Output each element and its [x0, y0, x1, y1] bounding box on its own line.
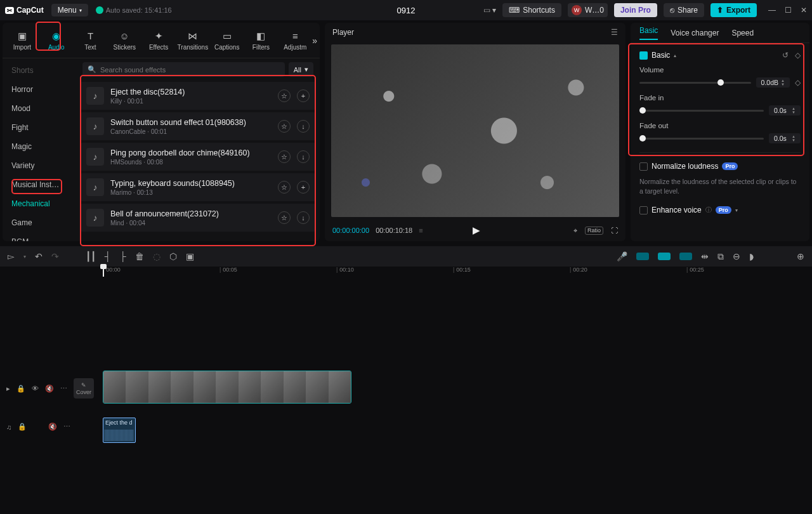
tab-stickers[interactable]: ☺Stickers [107, 30, 141, 51]
sound-item[interactable]: ♪ Ping pong doorbell door chime(849160)H… [80, 143, 316, 171]
timeline[interactable]: ▸ 🔒 👁 🔇 ⋯ ✎Cover ♫ 🔒 🔇 ⋯ 转动的齿轮00:00:10:1… [0, 277, 812, 506]
fullscreen-icon[interactable]: ⛶ [611, 227, 618, 235]
sound-item[interactable]: ♪ Bell of announcement(231072)Mind · 00:… [80, 204, 316, 232]
more-icon[interactable]: ⋯ [60, 385, 67, 393]
tab-filters[interactable]: ◧Filters [244, 30, 278, 51]
volume-slider[interactable] [639, 82, 751, 84]
undo-icon[interactable]: ↶ [35, 251, 43, 261]
download-icon[interactable]: ↓ [297, 120, 310, 133]
fadeout-value[interactable]: 0.0s▲▼ [769, 133, 801, 143]
lock-icon[interactable]: 🔒 [18, 423, 27, 431]
fadein-value[interactable]: 0.0s▲▼ [769, 105, 801, 115]
sound-item[interactable]: ♪ Typing, keyboard sounds(1088945)Marimo… [80, 173, 316, 201]
category-musical[interactable]: Musical Inst… [3, 175, 76, 194]
basic-section-header[interactable]: Basic ▴ ↺◇ [639, 51, 801, 60]
join-pro-button[interactable]: Join Pro [614, 3, 657, 17]
maximize-icon[interactable]: ☐ [785, 6, 792, 15]
zoom-add-icon[interactable]: ⊕ [797, 251, 804, 261]
record-icon[interactable]: ◌ [153, 251, 160, 261]
nav-more-icon[interactable]: » [312, 36, 317, 46]
close-icon[interactable]: ✕ [801, 6, 807, 15]
favorite-icon[interactable]: ☆ [278, 89, 291, 102]
favorite-icon[interactable]: ☆ [278, 120, 291, 133]
eye-icon[interactable]: 👁 [32, 385, 39, 392]
trim-right-icon[interactable]: ├ [120, 251, 126, 261]
tab-audio[interactable]: ◉Audio [39, 30, 74, 51]
select-tool-icon[interactable]: ▻ [8, 251, 15, 261]
more-icon[interactable]: ⋯ [63, 423, 70, 431]
category-shorts[interactable]: Shorts [3, 61, 76, 80]
category-mechanical[interactable]: Mechanical [3, 194, 76, 213]
marker-icon[interactable]: ◗ [749, 251, 754, 261]
player-menu-icon[interactable]: ☰ [611, 28, 618, 37]
share-button[interactable]: ⎋Share [664, 3, 704, 17]
sound-item[interactable]: ♪ Switch button sound effect 01(980638)C… [80, 112, 316, 140]
shortcuts-button[interactable]: ⌨Shortcuts [502, 3, 561, 17]
add-icon[interactable]: + [297, 89, 310, 102]
aspect-icon[interactable]: ▭ ▾ [483, 6, 496, 15]
toggle-3-icon[interactable] [679, 253, 692, 260]
shield-icon[interactable]: ⬡ [169, 251, 177, 261]
tab-transitions[interactable]: ⋈Transitions [176, 30, 210, 51]
tab-speed[interactable]: Speed [731, 29, 754, 37]
redo-icon[interactable]: ↷ [51, 251, 59, 261]
fadeout-slider[interactable] [639, 138, 764, 140]
mic-icon[interactable]: 🎤 [617, 251, 627, 261]
filter-all-button[interactable]: All▾ [289, 62, 313, 77]
favorite-icon[interactable]: ☆ [278, 181, 291, 194]
tab-basic[interactable]: Basic [639, 26, 658, 40]
category-fight[interactable]: Fight [3, 118, 76, 137]
scan-icon[interactable]: ⌖ [573, 227, 577, 235]
tab-text[interactable]: TText [74, 30, 108, 51]
minimize-icon[interactable]: — [768, 6, 776, 15]
project-title[interactable]: 0912 [397, 6, 416, 15]
download-icon[interactable]: ↓ [297, 150, 310, 163]
category-bgm[interactable]: BGM [3, 232, 76, 241]
favorite-icon[interactable]: ☆ [278, 211, 291, 224]
tab-effects[interactable]: ✦Effects [141, 30, 176, 51]
delete-icon[interactable]: 🗑 [135, 251, 144, 261]
category-variety[interactable]: Variety [3, 156, 76, 175]
lock-icon[interactable]: 🔒 [16, 385, 25, 393]
search-input[interactable]: 🔍Search sound effects [82, 62, 285, 77]
toggle-1-icon[interactable] [636, 253, 649, 260]
reset-icon[interactable]: ↺ [782, 51, 789, 60]
tab-import[interactable]: ▣Import [5, 30, 39, 51]
preview-viewport[interactable] [331, 44, 619, 217]
split-icon[interactable]: ┃┃ [86, 251, 96, 261]
category-mood[interactable]: Mood [3, 99, 76, 118]
link-icon[interactable]: ⧉ [717, 251, 724, 262]
timeline-ruler[interactable]: 00:00 00:05 00:10 00:15 00:20 00:25 [103, 267, 804, 277]
favorite-icon[interactable]: ☆ [278, 150, 291, 163]
download-icon[interactable]: ↓ [297, 211, 310, 224]
mute-icon[interactable]: 🔇 [45, 385, 54, 393]
keyframe-icon[interactable]: ◇ [795, 51, 801, 60]
tab-voice-changer[interactable]: Voice changer [671, 29, 719, 37]
track-audio-icon[interactable]: ♫ [6, 423, 11, 431]
mute-icon[interactable]: 🔇 [48, 423, 57, 431]
enhance-voice-row[interactable]: Enhance voice ⓘ Pro ▾ [639, 206, 801, 214]
menu-button[interactable]: Menu▾ [51, 4, 88, 16]
frame-icon[interactable]: ▣ [186, 251, 194, 261]
sound-item[interactable]: ♪ Eject the disc(52814)Killy · 00:01 ☆+ [80, 82, 316, 110]
add-icon[interactable]: + [297, 181, 310, 194]
toggle-2-icon[interactable] [658, 253, 671, 260]
tab-adjustment[interactable]: ≡Adjustm [278, 30, 312, 51]
zoom-out-icon[interactable]: ⊖ [733, 251, 740, 261]
play-icon[interactable]: ▶ [473, 225, 480, 236]
keyframe-icon[interactable]: ◇ [795, 78, 801, 87]
trim-left-icon[interactable]: ┤ [105, 251, 111, 261]
track-video-icon[interactable]: ▸ [6, 385, 10, 393]
tab-captions[interactable]: ▭Captions [210, 30, 244, 51]
audio-clip[interactable]: Eject the d [103, 418, 136, 443]
cover-button[interactable]: ✎Cover [74, 378, 94, 399]
ratio-button[interactable]: Ratio [585, 227, 603, 235]
normalize-row[interactable]: Normalize loudness Pro [639, 162, 801, 171]
video-clip[interactable]: 转动的齿轮00:00:10:18 [103, 371, 351, 404]
category-horror[interactable]: Horror [3, 80, 76, 99]
export-button[interactable]: ⬆Export [710, 3, 757, 17]
category-magic[interactable]: Magic [3, 137, 76, 156]
volume-value[interactable]: 0.0dB▲▼ [756, 77, 790, 88]
fadein-slider[interactable] [639, 110, 764, 112]
category-game[interactable]: Game [3, 213, 76, 232]
